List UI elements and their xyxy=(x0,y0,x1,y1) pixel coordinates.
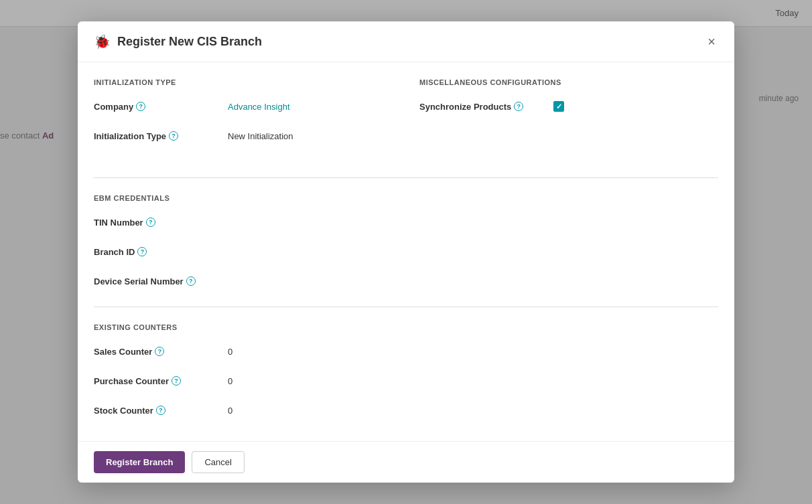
misc-section: MISCELLANEOUS CONFIGURATIONS Synchronize… xyxy=(419,78,718,156)
init-type-help-icon[interactable]: ? xyxy=(169,131,178,141)
company-label: Company ? xyxy=(94,102,228,112)
tin-help-icon[interactable]: ? xyxy=(146,218,155,227)
company-help-icon[interactable]: ? xyxy=(136,102,145,111)
register-cis-dialog: 🐞 Register New CIS Branch × INITIALIZATI… xyxy=(78,21,734,483)
dialog-header: 🐞 Register New CIS Branch × xyxy=(78,21,734,62)
sync-products-checkbox[interactable] xyxy=(553,101,564,112)
company-row: Company ? Advance Insight xyxy=(94,97,393,116)
stock-counter-value: 0 xyxy=(228,406,232,416)
counters-heading: EXISTING COUNTERS xyxy=(94,323,718,331)
divider-2 xyxy=(94,307,718,307)
sales-counter-label: Sales Counter ? xyxy=(94,347,228,357)
init-type-value: New Initialization xyxy=(228,131,293,141)
device-serial-help-icon[interactable]: ? xyxy=(186,276,196,286)
purchase-counter-help-icon[interactable]: ? xyxy=(172,376,181,386)
close-button[interactable]: × xyxy=(705,32,718,51)
device-serial-label: Device Serial Number ? xyxy=(94,276,228,286)
branch-id-label: Branch ID ? xyxy=(94,247,228,257)
init-type-label: Initialization Type ? xyxy=(94,131,228,141)
divider-1 xyxy=(94,177,718,178)
register-branch-button[interactable]: Register Branch xyxy=(94,451,185,473)
branch-id-row: Branch ID ? xyxy=(94,242,718,261)
dialog-body: INITIALIZATION TYPE Company ? Advance In… xyxy=(78,62,734,441)
stock-counter-label: Stock Counter ? xyxy=(94,406,228,416)
sync-products-help-icon[interactable]: ? xyxy=(514,102,523,111)
purchase-counter-value: 0 xyxy=(228,376,232,386)
purchase-counter-row: Purchase Counter ? 0 xyxy=(94,371,718,390)
stock-counter-row: Stock Counter ? 0 xyxy=(94,401,718,420)
dialog-icon: 🐞 xyxy=(94,33,111,50)
company-value: Advance Insight xyxy=(228,102,290,112)
dialog-title: Register New CIS Branch xyxy=(117,35,262,49)
dialog-title-area: 🐞 Register New CIS Branch xyxy=(94,33,262,50)
device-serial-row: Device Serial Number ? xyxy=(94,272,718,290)
init-type-row: Initialization Type ? New Initialization xyxy=(94,127,393,145)
cancel-button[interactable]: Cancel xyxy=(192,451,244,473)
top-two-col: INITIALIZATION TYPE Company ? Advance In… xyxy=(94,78,718,161)
misc-heading: MISCELLANEOUS CONFIGURATIONS xyxy=(419,78,718,86)
counters-section: EXISTING COUNTERS Sales Counter ? 0 Purc… xyxy=(94,323,718,420)
initialization-heading: INITIALIZATION TYPE xyxy=(94,78,393,86)
sales-counter-row: Sales Counter ? 0 xyxy=(94,342,718,361)
tin-number-row: TIN Number ? xyxy=(94,213,718,232)
sync-products-row: Synchronize Products ? xyxy=(419,97,718,116)
purchase-counter-label: Purchase Counter ? xyxy=(94,376,228,386)
sync-products-label: Synchronize Products ? xyxy=(419,102,553,112)
initialization-section: INITIALIZATION TYPE Company ? Advance In… xyxy=(94,78,393,156)
modal-overlay: 🐞 Register New CIS Branch × INITIALIZATI… xyxy=(0,0,812,504)
sales-counter-help-icon[interactable]: ? xyxy=(155,347,164,356)
sales-counter-value: 0 xyxy=(228,347,232,357)
ebm-heading: EBM CREDENTIALS xyxy=(94,194,718,202)
stock-counter-help-icon[interactable]: ? xyxy=(156,406,165,415)
ebm-section: EBM CREDENTIALS TIN Number ? Branch ID ? xyxy=(94,194,718,290)
tin-number-label: TIN Number ? xyxy=(94,218,228,228)
dialog-footer: Register Branch Cancel xyxy=(78,441,734,483)
branch-id-help-icon[interactable]: ? xyxy=(137,247,147,256)
